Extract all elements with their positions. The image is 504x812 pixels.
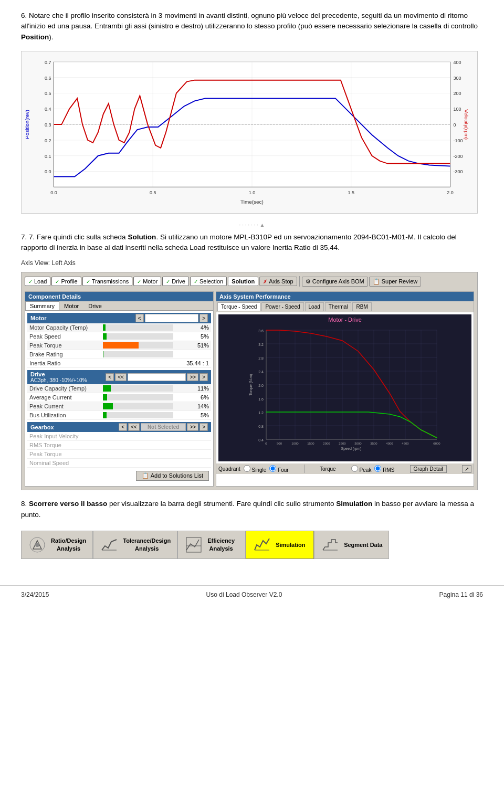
toolbar-selection[interactable]: ✓ Selection [190, 277, 227, 286]
gearbox-next2-btn[interactable]: >> [187, 423, 198, 431]
drive-section: Drive AC3ph, 380 -10%/+10% < << 2094-BC0… [27, 370, 211, 420]
tool-segment-data[interactable]: Segment Data [314, 531, 389, 559]
toolbar-superreview[interactable]: 📋 Super Review [369, 277, 421, 287]
tab-drive[interactable]: Drive [83, 301, 107, 310]
svg-text:3.6: 3.6 [258, 329, 264, 333]
rms-radio-label[interactable]: RMS [374, 465, 394, 473]
tab-power-speed[interactable]: Power - Speed [261, 302, 303, 311]
tool-tolerance-design[interactable]: Tolerance/DesignAnalysis [93, 531, 177, 559]
toolbar-configurebom[interactable]: ⚙ Configure Axis BOM [302, 277, 368, 287]
drive-next-btn[interactable]: > [200, 373, 208, 381]
position-velocity-chart: 0.7 0.6 0.5 0.4 0.3 0.2 0.1 0.0 400 300 … [21, 51, 478, 214]
svg-text:500: 500 [277, 442, 282, 445]
tab-rbm[interactable]: RBM [352, 302, 371, 311]
rms-radio[interactable] [374, 465, 381, 472]
gearbox-selected: Not Selected [141, 423, 186, 431]
tool-simulation[interactable]: Simulation [246, 531, 314, 559]
single-radio[interactable] [244, 465, 250, 472]
graph-detail-btn[interactable]: Graph Detail [410, 465, 447, 473]
tab-torque-speed[interactable]: Torque - Speed [217, 302, 260, 311]
toolbar-transmissions[interactable]: ✓ Transmissions [82, 277, 133, 286]
torque-label-static: Torque [320, 466, 336, 472]
svg-text:Position(rev): Position(rev) [24, 110, 30, 139]
gearbox-next-btn[interactable]: > [200, 423, 208, 431]
drive-capacity-value: 11% [177, 385, 209, 392]
peak-torque-gear-label: Peak Torque [29, 451, 103, 457]
single-radio-label[interactable]: Single [244, 465, 267, 473]
svg-text:1.2: 1.2 [258, 411, 264, 415]
toolbar-row: ✓ Load ✓ Profile ✓ Transmissions ✓ Motor… [24, 275, 475, 288]
superreview-label: Super Review [382, 278, 417, 284]
perf-chart-title: Motor - Drive [220, 317, 469, 323]
brake-rating-bar-container [103, 351, 173, 357]
nominal-speed-row: Nominal Speed [27, 459, 211, 468]
peak-input-vel-label: Peak Input Velocity [29, 433, 103, 439]
drive-next2-btn[interactable]: >> [187, 373, 198, 381]
motor-nav-btns: < MPL-B310P > [135, 314, 208, 322]
toolbar-axisstop[interactable]: ✗ Axis Stop [259, 277, 297, 286]
drive-capacity-label: Drive Capacity (Temp) [29, 385, 103, 392]
motor-next-btn[interactable]: > [200, 314, 208, 322]
four-radio-label[interactable]: Four [269, 465, 288, 473]
peak-radio-label[interactable]: Peak [351, 465, 372, 473]
svg-text:1000: 1000 [291, 442, 299, 445]
peak-torque-label: Peak Torque [29, 342, 103, 349]
tool-efficiency[interactable]: EfficiencyAnalysis [177, 531, 246, 559]
footer: 3/24/2015 Uso di Load Observer V2.0 Pagi… [0, 585, 504, 604]
svg-text:2.0: 2.0 [258, 384, 264, 387]
gearbox-section-header: Gearbox < << Not Selected >> > [27, 422, 211, 432]
svg-text:-200: -200 [453, 153, 463, 159]
torque-radio-group: Peak RMS [351, 465, 395, 473]
gearbox-prev-btn[interactable]: < [119, 423, 127, 431]
toolbar-solution[interactable]: Solution [228, 277, 258, 286]
check-icon-motor: ✓ [137, 279, 141, 284]
svg-text:1.5: 1.5 [348, 190, 354, 195]
drive-capacity-row: Drive Capacity (Temp) 11% [27, 384, 211, 393]
p8-bold2: Simulation [336, 500, 372, 508]
gearbox-prev2-btn[interactable]: << [128, 423, 140, 431]
svg-text:0: 0 [453, 122, 456, 128]
svg-text:0.7: 0.7 [45, 60, 51, 65]
toolbar-load[interactable]: ✓ Load [25, 277, 50, 286]
svg-text:0.1: 0.1 [45, 153, 51, 159]
motor-prev-btn[interactable]: < [135, 314, 144, 322]
add-solutions-btn[interactable]: 📋 Add to Solutions List [136, 471, 209, 481]
performance-chart-area: Motor - Drive [218, 314, 471, 461]
drive-prev-btn[interactable]: < [106, 373, 114, 381]
svg-text:0.5: 0.5 [45, 91, 51, 96]
tab-thermal[interactable]: Thermal [325, 302, 352, 311]
toolbar-motor[interactable]: ✓ Motor [133, 277, 161, 286]
svg-text:1.0: 1.0 [249, 190, 255, 195]
svg-text:2.0: 2.0 [447, 190, 453, 195]
svg-text:0.5: 0.5 [150, 190, 156, 195]
toolbar-drive[interactable]: ✓ Drive [162, 277, 189, 286]
tab-motor[interactable]: Motor [59, 301, 83, 310]
inertia-ratio-value: 35.44 : 1 [103, 360, 209, 366]
svg-text:Torque (N.m): Torque (N.m) [249, 374, 253, 396]
drive-prev2-btn[interactable]: << [115, 373, 127, 381]
svg-text:4000: 4000 [386, 442, 393, 445]
check-icon-sel: ✓ [194, 279, 198, 284]
peak-current-bar [103, 403, 113, 409]
load-label: Load [34, 278, 47, 284]
right-panel-tabs: Torque - Speed Power - Speed Load Therma… [216, 301, 474, 312]
segment-data-label: Segment Data [344, 541, 382, 549]
peak-radio[interactable] [351, 465, 358, 472]
svg-text:0.4: 0.4 [45, 107, 51, 112]
tool-ratio-design[interactable]: Ratio/DesignAnalysis [21, 531, 93, 559]
brake-rating-label: Brake Rating [29, 351, 103, 357]
svg-text:0.2: 0.2 [45, 138, 51, 143]
peak-torque-bar-container [103, 342, 173, 349]
svg-text:0.3: 0.3 [45, 122, 51, 128]
svg-text:100: 100 [453, 107, 461, 112]
tab-load[interactable]: Load [305, 302, 324, 311]
bus-util-row: Bus Utilization 5% [27, 411, 211, 420]
tab-summary[interactable]: Summary [25, 301, 59, 310]
p7-start: 7. Fare quindi clic sulla scheda [29, 233, 128, 241]
toolbar-profile[interactable]: ✓ Profile [51, 277, 81, 286]
peak-input-vel-value [103, 433, 209, 439]
peak-current-row: Peak Current 14% [27, 402, 211, 411]
graph-export-btn[interactable]: ↗ [462, 465, 471, 473]
four-radio[interactable] [269, 465, 276, 472]
motor-label: Motor [143, 278, 158, 284]
